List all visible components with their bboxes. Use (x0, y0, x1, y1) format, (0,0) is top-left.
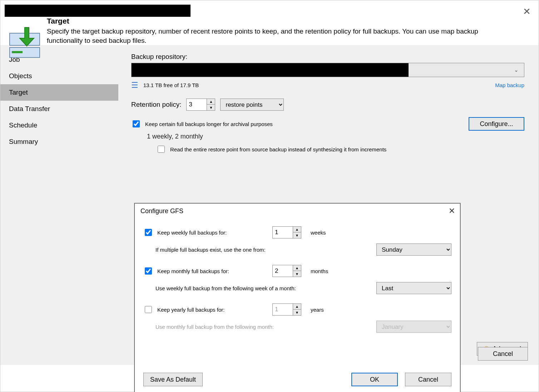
read-entire-label: Read the entire restore point from sourc… (170, 146, 386, 152)
spinner-down-icon[interactable]: ▼ (293, 310, 301, 315)
modal-close-button[interactable]: ✕ (449, 206, 455, 216)
backup-repository-redacted-value (132, 63, 409, 77)
spinner-up-icon[interactable]: ▲ (293, 227, 301, 232)
wizard-footer-buttons: Cancel (478, 347, 528, 361)
spinner-up-icon[interactable]: ▲ (293, 265, 301, 271)
retention-policy-value[interactable] (187, 99, 207, 110)
page-description: Specify the target backup repository, nu… (47, 27, 497, 45)
gfs-monthly-label: Keep monthly full backups for: (157, 268, 268, 274)
modal-cancel-button[interactable]: Cancel (405, 373, 451, 386)
gfs-weekly-checkbox[interactable] (145, 229, 152, 236)
wizard-window: ✕ Target Specify the target backup repos… (0, 0, 539, 392)
gfs-yearly-spinner[interactable]: ▲▼ (272, 303, 301, 316)
gfs-yearly-month-select: January (376, 321, 451, 333)
archival-checkbox[interactable] (133, 120, 140, 127)
gfs-monthly-value[interactable] (273, 265, 293, 277)
gfs-monthly-checkbox[interactable] (145, 267, 152, 275)
spinner-down-icon[interactable]: ▼ (293, 271, 301, 277)
nav-item-summary[interactable]: Summary (0, 134, 118, 150)
wizard-cancel-button[interactable]: Cancel (478, 347, 528, 361)
configure-gfs-button[interactable]: Configure... (469, 117, 524, 131)
spinner-down-icon[interactable]: ▼ (207, 105, 215, 110)
modal-ok-button[interactable]: OK (351, 373, 398, 386)
retention-policy-label: Retention policy: (131, 101, 181, 109)
save-as-default-button[interactable]: Save As Default (143, 373, 203, 386)
map-backup-link[interactable]: Map backup (495, 82, 524, 88)
gfs-weekly-day-select[interactable]: Sunday (376, 243, 451, 256)
retention-policy-spinner[interactable]: ▲▼ (186, 99, 215, 111)
window-close-button[interactable]: ✕ (523, 6, 531, 17)
nav-item-target[interactable]: Target (0, 84, 118, 101)
gfs-monthly-week-select[interactable]: Last (376, 282, 451, 294)
gfs-monthly-unit: months (311, 268, 328, 274)
svg-rect-2 (12, 51, 23, 53)
gfs-weekly-desc: If multiple full backups exist, use the … (143, 247, 376, 253)
gfs-yearly-label: Keep yearly full backups for: (157, 307, 268, 313)
spinner-up-icon[interactable]: ▲ (207, 99, 215, 105)
retention-policy-unit-select[interactable]: restore points (220, 99, 284, 111)
gfs-monthly-desc: Use weekly full backup from the followin… (143, 285, 376, 291)
archival-label: Keep certain full backups longer for arc… (145, 121, 464, 127)
disk-stack-icon: ☰ (131, 81, 140, 89)
chevron-down-icon: ⌄ (508, 63, 524, 77)
gfs-monthly-group: Keep monthly full backups for: ▲▼ months… (143, 265, 451, 294)
nav-item-schedule[interactable]: Schedule (0, 117, 118, 134)
spinner-up-icon[interactable]: ▲ (293, 304, 301, 310)
nav-item-objects[interactable]: Objects (0, 68, 118, 84)
gfs-weekly-value[interactable] (273, 227, 293, 238)
gfs-weekly-spinner[interactable]: ▲▼ (272, 226, 301, 238)
header-text-block: Target Specify the target backup reposit… (47, 17, 539, 45)
spinner-down-icon[interactable]: ▼ (293, 232, 301, 238)
gfs-yearly-group: Keep yearly full backups for: ▲▼ years U… (143, 303, 451, 333)
gfs-weekly-unit: weeks (311, 230, 326, 236)
gfs-weekly-label: Keep weekly full backups for: (157, 230, 268, 236)
gfs-yearly-desc: Use monthly full backup from the followi… (143, 324, 376, 330)
page-title: Target (47, 17, 539, 25)
backup-repository-select[interactable]: ⌄ (131, 63, 524, 77)
window-title-redacted (5, 5, 191, 17)
nav-item-data-transfer[interactable]: Data Transfer (0, 101, 118, 117)
storage-free-text: 13.1 TB free of 17.9 TB (143, 82, 199, 88)
configure-gfs-dialog: Configure GFS ✕ Keep weekly full backups… (134, 203, 460, 392)
archival-summary: 1 weekly, 2 monthly (147, 133, 528, 140)
gfs-yearly-value[interactable] (273, 304, 293, 315)
gfs-monthly-spinner[interactable]: ▲▼ (272, 265, 301, 277)
backup-repository-label: Backup repository: (131, 53, 528, 61)
wizard-nav: Job Objects Target Data Transfer Schedul… (0, 45, 118, 365)
gfs-yearly-unit: years (311, 307, 324, 313)
gfs-yearly-checkbox[interactable] (145, 306, 152, 313)
read-entire-checkbox[interactable] (158, 146, 165, 153)
target-drive-icon (7, 26, 43, 60)
modal-title: Configure GFS (140, 207, 183, 215)
gfs-weekly-group: Keep weekly full backups for: ▲▼ weeks I… (143, 226, 451, 256)
